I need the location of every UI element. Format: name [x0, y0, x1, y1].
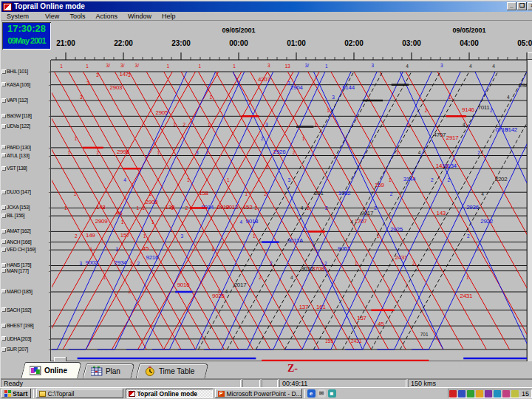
desktop-icon[interactable]: ■: [328, 389, 336, 398]
task-button[interactable]: C:\Toprail: [36, 389, 123, 398]
start-button[interactable]: Start: [1, 389, 31, 398]
station-toggle-icon[interactable]: [1, 153, 6, 157]
station-row[interactable]: UDVa [122]: [1, 123, 50, 129]
station-toggle-icon[interactable]: [1, 166, 6, 171]
tray-icon[interactable]: [449, 390, 457, 398]
station-toggle-icon[interactable]: [1, 324, 6, 328]
train-number-label: 3708: [312, 265, 324, 272]
station-row[interactable]: SUR [207]: [1, 346, 50, 352]
station-toggle-icon[interactable]: [1, 145, 6, 149]
tray-icon[interactable]: [502, 390, 510, 398]
train-line[interactable]: [313, 72, 443, 349]
station-toggle-icon[interactable]: [1, 69, 6, 74]
station-toggle-icon[interactable]: [1, 124, 6, 129]
station-toggle-icon[interactable]: [1, 336, 6, 341]
train-line[interactable]: [313, 72, 469, 349]
tray-icon[interactable]: [511, 390, 519, 398]
station-toggle-icon[interactable]: [1, 289, 6, 293]
station-row[interactable]: PARD [130]: [1, 144, 50, 151]
menu-tools[interactable]: Tools: [64, 13, 90, 20]
station-toggle-icon[interactable]: [1, 248, 6, 252]
train-line[interactable]: [69, 72, 225, 349]
train-line[interactable]: [256, 72, 412, 349]
train-line[interactable]: [267, 72, 423, 349]
station-row[interactable]: MAN [177]: [1, 267, 50, 274]
station-toggle-icon[interactable]: [1, 239, 6, 244]
svg-text:2: 2: [183, 122, 186, 127]
tab-label: Online: [44, 366, 67, 375]
tray-icon[interactable]: [476, 390, 483, 398]
station-row[interactable]: DUJG [147]: [1, 188, 50, 195]
train-line[interactable]: [437, 72, 532, 349]
station-toggle-icon[interactable]: [1, 229, 6, 233]
station-row[interactable]: VAPI [112]: [1, 97, 50, 103]
train-line[interactable]: [126, 72, 273, 349]
station-toggle-icon[interactable]: [1, 114, 6, 118]
train-line[interactable]: [181, 72, 337, 349]
train-graph-svg[interactable]: 09/05/200109/05/200121:00 22:00 23:00 00…: [51, 21, 532, 361]
station-row[interactable]: MARO [185]: [1, 288, 50, 295]
station-row[interactable]: JCKA [153]: [1, 204, 50, 211]
task-button[interactable]: PMicrosoft PowerPoint - D...: [215, 389, 302, 398]
station-row[interactable]: ATUL [133]: [1, 152, 50, 159]
tab-timetable[interactable]: Time Table: [136, 364, 209, 378]
train-line[interactable]: [51, 72, 172, 349]
station-row[interactable]: BHEST [198]: [1, 322, 50, 329]
tray-icon[interactable]: [485, 390, 492, 398]
menu-help[interactable]: Help: [157, 13, 181, 20]
svg-text:2: 2: [293, 150, 296, 155]
menu-window[interactable]: Window: [123, 13, 157, 20]
train-line[interactable]: [233, 72, 363, 349]
tray-icon[interactable]: [467, 390, 474, 398]
svg-text:3: 3: [196, 150, 199, 155]
mail-icon[interactable]: ✉: [318, 389, 326, 398]
svg-text:3: 3: [267, 63, 270, 68]
train-line[interactable]: [112, 72, 267, 349]
station-toggle-icon[interactable]: [1, 347, 6, 352]
minimize-button[interactable]: _: [507, 2, 516, 10]
train-line[interactable]: [54, 72, 210, 349]
train-line[interactable]: [152, 72, 299, 349]
task-button[interactable]: Toprail Online mode: [126, 389, 213, 398]
tab-online[interactable]: Online: [21, 362, 82, 378]
station-toggle-icon[interactable]: [1, 307, 6, 312]
menu-view[interactable]: View: [40, 13, 64, 20]
vertical-scrollbar[interactable]: [527, 52, 532, 388]
train-line[interactable]: [354, 72, 510, 349]
train-line[interactable]: [216, 72, 372, 349]
tray-icon[interactable]: [458, 390, 466, 398]
restore-button[interactable]: ❏: [517, 2, 527, 10]
station-row[interactable]: AMAT [162]: [1, 228, 50, 234]
station-row[interactable]: BHIL [101]: [1, 68, 50, 75]
train-line[interactable]: [115, 72, 270, 349]
train-line[interactable]: [256, 72, 403, 349]
train-number-label: 9017: [361, 210, 374, 216]
station-row[interactable]: ANCH [166]: [1, 239, 50, 245]
train-line[interactable]: [129, 72, 285, 349]
station-row[interactable]: VED CH [169]: [1, 246, 50, 253]
timetable-icon: [144, 366, 156, 376]
station-row[interactable]: KASA [106]: [1, 81, 50, 88]
tab-plan[interactable]: Plan: [83, 364, 135, 378]
station-toggle-icon[interactable]: [1, 205, 6, 210]
station-row[interactable]: UDHA [203]: [1, 335, 50, 342]
train-line[interactable]: [69, 72, 216, 349]
menu-actions[interactable]: Actions: [90, 13, 123, 20]
scroll-up-icon[interactable]: [528, 52, 532, 60]
station-row[interactable]: BIL [156]: [1, 212, 50, 219]
train-line[interactable]: [380, 72, 532, 349]
station-toggle-icon[interactable]: [1, 98, 6, 103]
tray-icon[interactable]: [494, 390, 501, 398]
station-toggle-icon[interactable]: [1, 190, 6, 194]
close-button[interactable]: ×: [528, 2, 532, 10]
station-row[interactable]: BaGW [118]: [1, 112, 50, 119]
menu-system[interactable]: System: [1, 13, 34, 20]
station-row[interactable]: SACH [192]: [1, 307, 50, 313]
station-row[interactable]: VST [138]: [1, 165, 50, 171]
station-toggle-icon[interactable]: [1, 214, 6, 218]
station-toggle-icon[interactable]: [1, 268, 6, 273]
train-line[interactable]: [146, 72, 302, 349]
ie-icon[interactable]: e: [307, 389, 316, 398]
title-bar[interactable]: Toprail Online mode _ ❏ ×: [1, 1, 532, 12]
station-toggle-icon[interactable]: [1, 82, 6, 86]
